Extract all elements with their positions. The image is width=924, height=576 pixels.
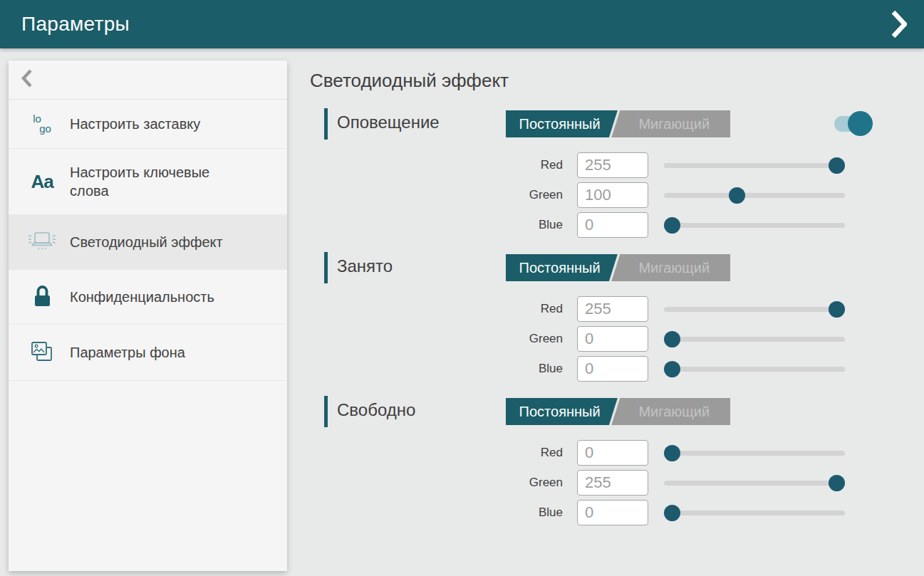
slider-thumb[interactable] [829, 301, 845, 318]
sidebar-item-privacy[interactable]: Конфиденциальность [9, 270, 287, 325]
red-label: Red [324, 446, 563, 460]
slider-thumb[interactable] [664, 331, 680, 347]
sidebar-collapse-button[interactable] [9, 61, 287, 100]
green-label: Green [324, 476, 563, 490]
slider-track[interactable] [664, 307, 845, 312]
slider-thumb[interactable] [664, 445, 680, 461]
red-label: Red [324, 158, 563, 172]
red-slider[interactable] [664, 296, 845, 322]
red-slider[interactable] [664, 152, 845, 178]
slider-thumb[interactable] [829, 475, 845, 491]
slider-track[interactable] [664, 510, 845, 515]
content-title: Светодиодный эффект [310, 70, 509, 92]
slider-row-red: Red [324, 296, 845, 322]
red-label: Red [324, 302, 563, 316]
mode-segmented-control: Мигающий Постоянный [506, 254, 730, 281]
blue-slider[interactable] [664, 212, 845, 238]
slider-thumb[interactable] [664, 505, 680, 521]
green-slider[interactable] [664, 326, 845, 352]
green-value-input[interactable] [577, 470, 648, 496]
slider-track[interactable] [664, 223, 845, 228]
slider-row-red: Red [324, 440, 845, 466]
logo-icon: logo [26, 114, 58, 134]
green-label: Green [324, 188, 563, 202]
mode-option-blinking[interactable]: Мигающий [618, 254, 731, 281]
slider-thumb[interactable] [664, 217, 680, 234]
section-accent-bar [324, 108, 328, 140]
slider-track[interactable] [664, 163, 845, 168]
sidebar-item-label: Конфиденциальность [70, 288, 214, 306]
blue-slider[interactable] [664, 500, 845, 525]
blue-value-input[interactable] [577, 212, 648, 238]
section-busy: Занято Мигающий Постоянный Red Green Blu… [324, 252, 845, 283]
settings-sidebar: logo Настроить заставку Aa Настроить клю… [9, 61, 287, 571]
slider-track[interactable] [664, 193, 845, 198]
red-value-input[interactable] [577, 152, 648, 178]
slider-track[interactable] [664, 367, 845, 372]
blue-value-input[interactable] [577, 356, 648, 382]
keywords-icon: Aa [26, 171, 58, 193]
page-title: Параметры [0, 13, 130, 36]
section-label: Оповещение [337, 112, 440, 132]
section-free: Свободно Мигающий Постоянный Red Green B… [324, 396, 845, 427]
green-label: Green [324, 332, 563, 346]
slider-thumb[interactable] [729, 187, 745, 204]
sidebar-item-keywords[interactable]: Aa Настроить ключевые слова [9, 149, 287, 215]
slider-track[interactable] [664, 451, 845, 456]
sidebar-item-label: Параметры фона [70, 343, 185, 362]
slider-row-blue: Blue [324, 356, 845, 382]
slider-row-green: Green [324, 470, 845, 496]
red-value-input[interactable] [577, 440, 648, 466]
top-bar: Параметры [0, 0, 924, 48]
sidebar-item-label: Светодиодный эффект [70, 233, 223, 251]
slider-row-blue: Blue [324, 212, 845, 238]
green-value-input[interactable] [577, 182, 648, 208]
mode-option-blinking[interactable]: Мигающий [618, 110, 731, 137]
slider-row-red: Red [324, 152, 845, 178]
blue-label: Blue [324, 506, 563, 520]
section-label: Свободно [337, 400, 415, 420]
mode-segmented-control: Мигающий Постоянный [506, 110, 730, 137]
sidebar-item-background[interactable]: Параметры фона [9, 325, 287, 381]
slider-row-green: Green [324, 182, 845, 208]
sidebar-item-led-effect[interactable]: Светодиодный эффект [9, 215, 287, 270]
sidebar-item-label: Настроить ключевые слова [70, 163, 230, 200]
slider-track[interactable] [664, 481, 845, 486]
green-slider[interactable] [664, 182, 845, 208]
section-accent-bar [324, 396, 328, 427]
slider-thumb[interactable] [664, 361, 680, 377]
slider-row-green: Green [324, 326, 845, 352]
back-chevron-icon [21, 69, 32, 90]
toggle-knob[interactable] [848, 111, 873, 136]
section-accent-bar [324, 252, 328, 283]
blue-value-input[interactable] [577, 500, 648, 525]
led-display-icon [26, 229, 58, 255]
sidebar-item-splash-screen[interactable]: logo Настроить заставку [9, 100, 287, 149]
slider-thumb[interactable] [829, 157, 845, 174]
blue-label: Blue [324, 362, 563, 376]
green-value-input[interactable] [577, 326, 648, 352]
background-images-icon [26, 339, 58, 366]
green-slider[interactable] [664, 470, 845, 496]
lock-icon [26, 284, 58, 310]
mode-option-blinking[interactable]: Мигающий [618, 398, 731, 425]
sidebar-item-label: Настроить заставку [70, 115, 200, 133]
blue-label: Blue [324, 218, 563, 232]
mode-segmented-control: Мигающий Постоянный [506, 398, 730, 425]
slider-row-blue: Blue [324, 500, 845, 525]
forward-chevron-icon[interactable] [887, 7, 911, 41]
section-label: Занято [337, 256, 393, 276]
slider-track[interactable] [664, 337, 845, 342]
notification-toggle-switch[interactable] [834, 111, 873, 137]
blue-slider[interactable] [664, 356, 845, 382]
section-notification: Оповещение Мигающий Постоянный Red Green [324, 108, 845, 140]
red-slider[interactable] [664, 440, 845, 466]
red-value-input[interactable] [577, 296, 648, 322]
